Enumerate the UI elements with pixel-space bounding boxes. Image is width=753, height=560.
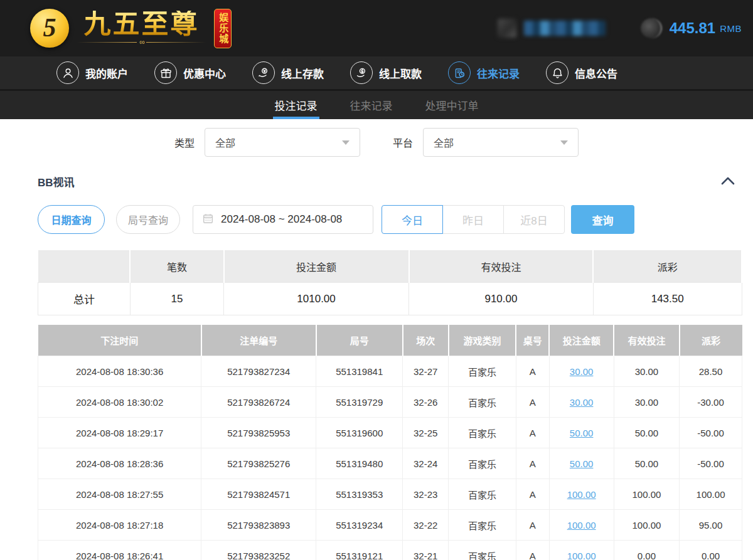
filter-platform: 平台全部: [393, 128, 579, 157]
cell-bet-amount: 30.00: [549, 387, 614, 418]
cell-table-no: A: [516, 541, 549, 560]
round-query-button[interactable]: 局号查询: [116, 205, 180, 234]
summary-header-cell: [38, 250, 131, 283]
filter-type-select[interactable]: 全部: [205, 128, 360, 157]
cell-valid-bet: 50.00: [614, 448, 679, 479]
quick-range-yesterday[interactable]: 昨日: [442, 205, 504, 234]
bell-icon: [546, 61, 569, 84]
cell-order-no: 521793826724: [201, 387, 316, 418]
tab-bet-records[interactable]: 投注记录: [273, 91, 319, 119]
nav-item-promotions[interactable]: 优惠中心: [154, 61, 226, 84]
calendar-icon: [202, 213, 214, 227]
summary-header-cell: 笔数: [130, 250, 223, 283]
cell-session: 32-24: [403, 448, 449, 479]
filter-type-label: 类型: [174, 135, 195, 150]
cell-bet-time: 2024-08-08 18:30:36: [38, 356, 201, 387]
table-row: 2024-08-08 18:28:36521793825276551319480…: [38, 448, 742, 479]
table-row: 2024-08-08 18:30:02521793826724551319729…: [38, 387, 742, 418]
bet-amount-link[interactable]: 30.00: [570, 366, 594, 377]
bet-amount-link[interactable]: 30.00: [570, 397, 594, 408]
cell-payout: -30.00: [680, 387, 742, 418]
filter-platform-label: 平台: [393, 135, 413, 150]
table-header-row: 下注时间注单编号局号场次游戏类别桌号投注金额有效投注派彩: [38, 325, 742, 356]
filter-row: 类型全部平台全部: [0, 128, 753, 157]
cell-payout: 100.00: [680, 479, 742, 510]
section-header: BB视讯: [0, 174, 753, 189]
cell-valid-bet: 30.00: [614, 387, 679, 418]
page: 5 九五至尊 ∞ 娱乐城 445.81 RMB 我的账户优惠中心线上存款线上取款…: [0, 0, 753, 560]
balance-amount: 445.81: [670, 19, 715, 37]
nav-item-label: 线上取款: [379, 65, 422, 81]
nav-item-label: 我的账户: [85, 65, 128, 81]
cell-table-no: A: [516, 356, 549, 387]
bet-amount-link[interactable]: 100.00: [567, 520, 596, 531]
site-logo[interactable]: 5 九五至尊 ∞ 娱乐城: [30, 9, 232, 48]
cell-game-type: 百家乐: [449, 387, 516, 418]
nav-item-records[interactable]: 往来记录: [448, 61, 520, 84]
date-query-button[interactable]: 日期查询: [38, 205, 105, 234]
cell-bet-amount: 100.00: [549, 510, 614, 541]
cell-bet-amount: 50.00: [549, 418, 614, 448]
column-header-bet-amount: 投注金额: [549, 325, 614, 356]
column-header-payout: 派彩: [680, 325, 742, 356]
bet-amount-link[interactable]: 100.00: [567, 489, 596, 500]
cell-round-no: 551319729: [316, 387, 403, 418]
tab-transaction-records[interactable]: 往来记录: [348, 91, 395, 119]
summary-header-cell: 投注金额: [224, 250, 409, 283]
cell-bet-time: 2024-08-08 18:29:17: [38, 418, 201, 448]
filter-platform-select[interactable]: 全部: [423, 128, 579, 157]
nav-item-label: 线上存款: [281, 65, 324, 81]
nav-item-announcements[interactable]: 信息公告: [546, 61, 617, 84]
cell-payout: 0.00: [680, 541, 742, 560]
summary-cell: 1010.00: [224, 283, 409, 315]
cell-table-no: A: [516, 387, 549, 418]
cell-order-no: 521793823893: [201, 510, 316, 541]
cell-round-no: 551319121: [316, 541, 403, 560]
logo-title: 九五至尊: [84, 11, 200, 38]
cell-payout: 95.00: [680, 510, 742, 541]
cell-valid-bet: 30.00: [614, 356, 679, 387]
bet-amount-link[interactable]: 50.00: [570, 458, 594, 469]
quick-range-last-8-days[interactable]: 近8日: [503, 205, 565, 234]
column-header-game-type: 游戏类别: [449, 325, 516, 356]
summary-cell: 总计: [38, 283, 131, 315]
cell-table-no: A: [516, 448, 549, 479]
date-range-picker[interactable]: 2024-08-08 ~ 2024-08-08: [193, 205, 373, 234]
chevron-up-icon: [720, 176, 735, 188]
cell-round-no: 551319841: [316, 356, 403, 387]
cell-round-no: 551319353: [316, 479, 403, 510]
summary-cell: 15: [130, 283, 223, 315]
nav-item-withdraw[interactable]: 线上取款: [350, 61, 422, 84]
caret-down-icon: [560, 140, 568, 145]
cell-bet-amount: 100.00: [549, 479, 614, 510]
cell-session: 32-25: [403, 418, 449, 448]
logo-flourish-ornament: ∞: [77, 38, 206, 46]
cell-bet-time: 2024-08-08 18:27:55: [38, 479, 201, 510]
search-button[interactable]: 查询: [571, 205, 634, 234]
date-range-value: 2024-08-08 ~ 2024-08-08: [221, 213, 342, 226]
cell-game-type: 百家乐: [449, 356, 516, 387]
summary-table: 笔数投注金额有效投注派彩 总计151010.00910.00143.50: [38, 250, 742, 315]
nav-item-my-account[interactable]: 我的账户: [56, 61, 128, 84]
column-header-session: 场次: [403, 325, 449, 356]
cell-valid-bet: 0.00: [614, 541, 679, 560]
cell-payout: 28.50: [680, 356, 742, 387]
cell-order-no: 521793825276: [201, 448, 316, 479]
logo-text: 九五至尊 ∞: [77, 11, 206, 46]
cell-valid-bet: 100.00: [614, 479, 679, 510]
bet-amount-link[interactable]: 50.00: [570, 428, 594, 438]
tab-processing-orders[interactable]: 处理中订单: [424, 91, 481, 119]
nav-item-deposit[interactable]: 线上存款: [252, 61, 324, 84]
cell-table-no: A: [516, 479, 549, 510]
deposit-icon: [252, 61, 275, 84]
quick-range-today[interactable]: 今日: [382, 205, 443, 234]
section-title: BB视讯: [38, 174, 75, 189]
user-icon: [56, 61, 79, 84]
cell-payout: -50.00: [680, 448, 742, 479]
bet-amount-link[interactable]: 100.00: [567, 551, 596, 560]
summary-cell: 143.50: [593, 283, 742, 315]
cell-session: 32-23: [403, 479, 449, 510]
column-header-table-no: 桌号: [516, 325, 549, 356]
quick-range-group: 今日昨日近8日: [382, 205, 565, 234]
collapse-section-button[interactable]: [720, 176, 735, 188]
